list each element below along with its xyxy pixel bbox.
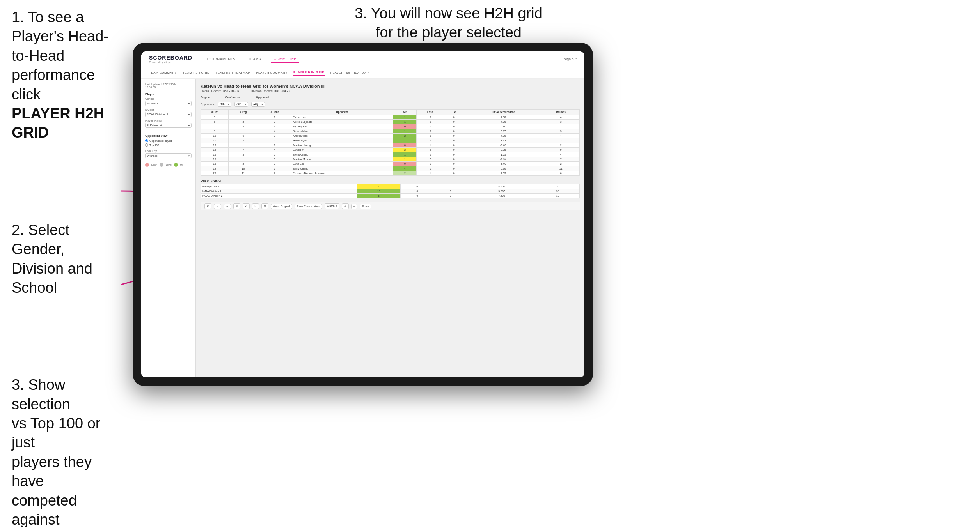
- out-div-tie: 0: [434, 189, 467, 194]
- sign-out-link[interactable]: Sign out: [564, 57, 577, 61]
- table-row: 14 7 4 Eunice Yi 2 2 0 0.38 9: [201, 148, 580, 152]
- radio-opponents-input[interactable]: [145, 139, 148, 142]
- region-filter-group: Region: [201, 96, 210, 99]
- toolbar-share[interactable]: Share: [360, 204, 372, 209]
- toolbar-refresh[interactable]: ↺: [252, 203, 259, 209]
- radio-opponents-played[interactable]: Opponents Played: [145, 139, 192, 142]
- cell-diff: 0.38: [464, 148, 542, 152]
- colour-by-select[interactable]: Win/loss: [145, 153, 192, 158]
- table-row: 10 6 3 Andrea York 2 0 0 4.00 4: [201, 134, 580, 138]
- cell-conf: 3: [258, 157, 291, 162]
- table-row: 9 1 4 Sharon Mun 1 0 0 3.67 3: [201, 129, 580, 134]
- cell-reg: 1: [228, 157, 258, 162]
- cell-opponent: Jessica Mason: [291, 157, 393, 162]
- sub-nav-team-summary[interactable]: TEAM SUMMARY: [149, 70, 177, 76]
- nav-committee[interactable]: COMMITTEE: [271, 55, 299, 63]
- step3b-text: 3. Show selection vs Top 100 or just pla…: [12, 375, 121, 527]
- tablet: SCOREBOARD Powered by clippd TOURNAMENTS…: [133, 43, 593, 386]
- step3a-line1: 3. You will now see H2H grid: [355, 5, 543, 21]
- cell-rounds: 7: [542, 157, 580, 162]
- step3b-line4: competed against: [12, 492, 77, 527]
- cell-rounds: 2: [542, 162, 580, 166]
- cell-diff: 1.25: [464, 152, 542, 157]
- radio-top100-input[interactable]: [145, 143, 148, 147]
- step2-line3: School: [12, 279, 57, 296]
- cell-loss: 0: [417, 138, 444, 143]
- radio-top100[interactable]: Top 100: [145, 143, 192, 147]
- cell-tie: 0: [444, 152, 464, 157]
- conference-select[interactable]: (All): [234, 102, 248, 107]
- cell-win: 1: [393, 138, 417, 143]
- toolbar-watch[interactable]: Watch ▾: [325, 203, 339, 209]
- toolbar-download[interactable]: ↧: [342, 203, 349, 209]
- sub-nav-team-heatmap[interactable]: TEAM H2H HEATMAP: [215, 70, 250, 76]
- cell-div: 5: [201, 120, 229, 124]
- sub-nav-player-h2h[interactable]: PLAYER H2H GRID: [293, 69, 325, 76]
- cell-opponent: Andrea York: [291, 134, 393, 138]
- opponents-select[interactable]: (All): [218, 102, 231, 107]
- division-label: Division: [145, 108, 192, 111]
- col-reg: # Reg: [228, 110, 258, 115]
- sub-nav-team-h2h[interactable]: TEAM H2H GRID: [183, 70, 209, 76]
- toolbar-grid[interactable]: ⊞: [233, 203, 240, 209]
- h2h-table: # Div # Reg # Conf Opponent Win Loss Tie…: [201, 109, 580, 176]
- col-conf: # Conf: [258, 110, 291, 115]
- division-select[interactable]: NCAA Division III NCAA Division I NCAA D…: [145, 112, 192, 117]
- cell-win: 2: [393, 148, 417, 152]
- legend-up-label: Up: [180, 164, 183, 166]
- cell-diff: 1.33: [464, 171, 542, 176]
- step2-block: 2. Select Gender, Division and School: [12, 221, 121, 298]
- opponent-filter-label: Opponent: [256, 96, 269, 99]
- cell-diff: 3.67: [464, 129, 542, 134]
- cell-win: 1: [393, 115, 417, 120]
- table-row: 16 1 3 Jessica Mason 1 2 0 -0.94 7: [201, 157, 580, 162]
- toolbar-save-view[interactable]: Save Custom View: [295, 204, 322, 209]
- nav-teams[interactable]: TEAMS: [246, 56, 264, 63]
- table-row: 3 1 1 Esther Lee 1 0 0 1.50 4: [201, 115, 580, 120]
- overall-record-value: 353 - 34 - 6: [223, 89, 239, 93]
- gender-select[interactable]: Women's Men's: [145, 101, 192, 106]
- cell-conf: 4: [258, 129, 291, 134]
- cell-opponent: Stella Cheng: [291, 152, 393, 157]
- col-tie: Tie: [444, 110, 464, 115]
- player-rank-select[interactable]: 8. Katelyn Vo: [145, 123, 192, 128]
- cell-conf: 2: [258, 120, 291, 124]
- cell-conf: 1: [258, 143, 291, 148]
- cell-win: 4: [393, 166, 417, 171]
- cell-loss: 0: [417, 152, 444, 157]
- cell-loss: 2: [417, 157, 444, 162]
- cell-div: 19: [201, 166, 229, 171]
- cell-reg: 11: [228, 171, 258, 176]
- step1-bold: PLAYER H2H GRID: [12, 105, 104, 141]
- out-div-win: 1: [357, 184, 400, 189]
- cell-tie: 0: [444, 120, 464, 124]
- tablet-screen: SCOREBOARD Powered by clippd TOURNAMENTS…: [141, 51, 584, 377]
- toolbar-back[interactable]: ←: [214, 204, 221, 209]
- toolbar-target[interactable]: ⊙: [261, 203, 268, 209]
- cell-reg: 10: [228, 166, 258, 171]
- sub-nav-player-summary[interactable]: PLAYER SUMMARY: [256, 70, 288, 76]
- sub-nav-player-heatmap[interactable]: PLAYER H2H HEATMAP: [330, 70, 369, 76]
- step1-line1: 1. To see a Player's Head-: [12, 9, 108, 44]
- toolbar-forward[interactable]: →: [224, 204, 231, 209]
- nav-tournaments[interactable]: TOURNAMENTS: [204, 56, 238, 63]
- cell-win: 2: [393, 134, 417, 138]
- step2-line1: 2. Select Gender,: [12, 222, 69, 257]
- out-div-rounds: 10: [536, 194, 580, 198]
- cell-win: 1: [393, 120, 417, 124]
- cell-div: 18: [201, 162, 229, 166]
- out-of-division-section: Out of division Foreign Team 1 0 0 4.500…: [201, 179, 580, 198]
- toolbar-view-original[interactable]: View: Original: [271, 204, 292, 209]
- cell-tie: 0: [444, 157, 464, 162]
- region-label: Region: [201, 96, 210, 99]
- step2-text: 2. Select Gender, Division and School: [12, 221, 121, 298]
- toolbar-menu[interactable]: ≡: [351, 204, 357, 209]
- cell-loss: 2: [417, 148, 444, 152]
- toolbar-arrow[interactable]: ↙: [243, 203, 250, 209]
- cell-div: 3: [201, 115, 229, 120]
- toolbar-undo[interactable]: ↩: [204, 203, 211, 209]
- cell-diff: -1.00: [464, 124, 542, 129]
- opponent-name-select[interactable]: (All): [251, 102, 265, 107]
- step3b-line2: vs Top 100 or just: [12, 415, 100, 451]
- out-div-tie: 0: [434, 184, 467, 189]
